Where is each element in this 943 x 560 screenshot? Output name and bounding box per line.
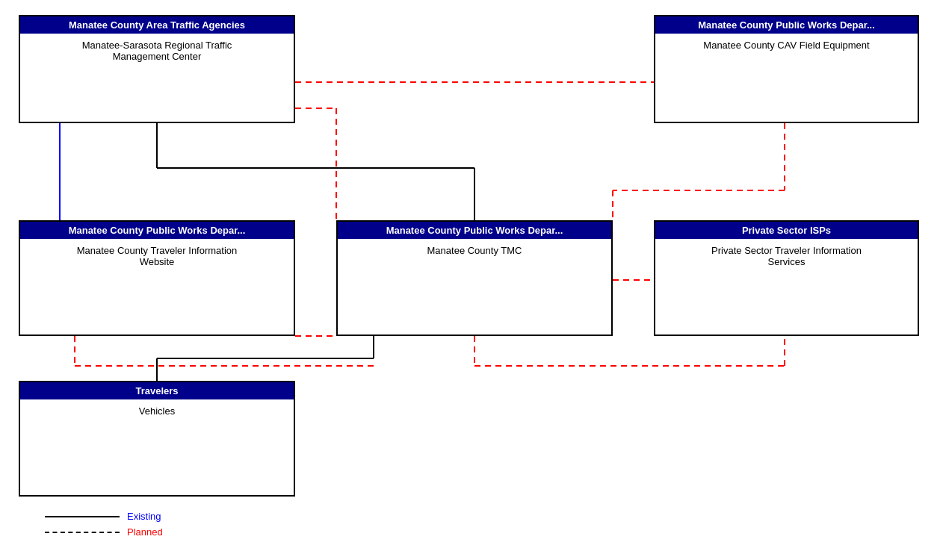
node-tmc-body: Manatee County TMC	[338, 239, 611, 262]
node-traveler-web-body: Manatee County Traveler InformationWebsi…	[20, 239, 294, 273]
node-traveler-web-header: Manatee County Public Works Depar...	[20, 222, 294, 239]
node-cav-body: Manatee County CAV Field Equipment	[655, 34, 918, 57]
node-tmc-header: Manatee County Public Works Depar...	[338, 222, 611, 239]
legend-existing-line	[45, 516, 120, 517]
diagram-container: Manatee County Area Traffic Agencies Man…	[0, 0, 943, 560]
node-traveler-web: Manatee County Public Works Depar... Man…	[19, 220, 295, 336]
node-rtmc-body: Manatee-Sarasota Regional TrafficManagem…	[20, 34, 294, 68]
legend-planned: Planned	[45, 526, 163, 538]
legend-existing: Existing	[45, 511, 163, 522]
node-cav-header: Manatee County Public Works Depar...	[655, 16, 918, 34]
node-isp-body: Private Sector Traveler InformationServi…	[655, 239, 918, 273]
node-travelers-header: Travelers	[20, 382, 294, 399]
legend-planned-line	[45, 532, 120, 533]
legend-planned-label: Planned	[127, 526, 163, 538]
node-isp-header: Private Sector ISPs	[655, 222, 918, 239]
node-travelers-body: Vehicles	[20, 399, 294, 423]
node-isp: Private Sector ISPs Private Sector Trave…	[654, 220, 919, 336]
node-rtmc-header: Manatee County Area Traffic Agencies	[20, 16, 294, 34]
node-tmc: Manatee County Public Works Depar... Man…	[336, 220, 613, 336]
node-rtmc: Manatee County Area Traffic Agencies Man…	[19, 15, 295, 123]
node-cav: Manatee County Public Works Depar... Man…	[654, 15, 919, 123]
legend: Existing Planned	[45, 511, 163, 538]
node-travelers: Travelers Vehicles	[19, 381, 295, 497]
legend-existing-label: Existing	[127, 511, 161, 522]
